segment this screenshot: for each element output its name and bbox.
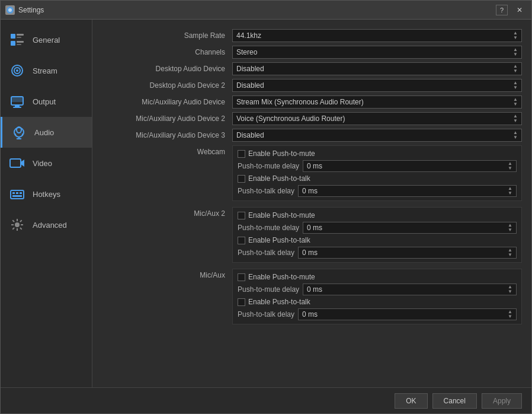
sidebar-item-audio[interactable]: Audio (1, 117, 92, 148)
talk-delay-label-2: Push-to-talk delay (238, 310, 294, 319)
sidebar-item-stream[interactable]: Stream (1, 55, 92, 86)
sidebar-label-stream: Stream (33, 66, 57, 75)
svg-rect-19 (10, 159, 21, 167)
help-button[interactable]: ? (496, 5, 508, 15)
ok-button[interactable]: OK (395, 393, 427, 409)
talk-row-1: Enable Push-to-talk (238, 236, 517, 244)
svg-rect-3 (11, 41, 15, 46)
talk-row-0: Enable Push-to-talk (238, 174, 517, 183)
push-to-mute-checkbox-2[interactable] (238, 273, 245, 281)
svg-rect-6 (17, 41, 24, 43)
general-icon (8, 30, 27, 49)
settings-window: Settings ? ✕ GeneralStreamOutputAudioVid… (0, 0, 532, 414)
mute-delay-row-1: Push-to-mute delay0 ms▲▼ (238, 222, 517, 234)
mic-aux-3-select[interactable]: Disabled ▲▼ (232, 129, 522, 142)
push-to-talk-checkbox-0[interactable] (238, 175, 245, 183)
desktop-audio-label: Desktop Audio Device (102, 65, 232, 73)
device-controls-0: Enable Push-to-mutePush-to-mute delay0 m… (232, 145, 522, 201)
desktop-audio-2-select[interactable]: Disabled ▲▼ (232, 79, 522, 92)
sample-rate-row: Sample Rate 44.1khz ▲▼ (102, 29, 522, 42)
sidebar-item-general[interactable]: General (1, 24, 92, 55)
mic-aux-arrow: ▲▼ (513, 97, 518, 107)
mute-delay-input-0[interactable]: 0 ms▲▼ (303, 160, 517, 172)
desktop-audio-2-label: Desktop Audio Device 2 (102, 81, 232, 90)
svg-rect-22 (12, 192, 15, 194)
channels-arrow: ▲▼ (513, 47, 518, 57)
push-to-mute-checkbox-0[interactable] (238, 150, 245, 158)
svg-rect-4 (17, 34, 24, 36)
mute-delay-input-2[interactable]: 0 ms▲▼ (303, 284, 517, 295)
desktop-audio-control: Disabled ▲▼ (232, 62, 522, 75)
svg-rect-7 (17, 44, 21, 45)
mic-aux-2-row: Mic/Auxiliary Audio Device 2 Voice (Sync… (102, 112, 522, 125)
push-to-talk-checkbox-2[interactable] (238, 298, 245, 306)
sample-rate-control: 44.1khz ▲▼ (232, 29, 522, 42)
video-icon (8, 154, 27, 173)
mic-aux-2-value: Voice (Synchronous Audio Router) (236, 114, 345, 123)
mic-aux-2-arrow: ▲▼ (513, 114, 518, 123)
mic-aux-3-arrow: ▲▼ (513, 130, 518, 140)
sidebar-item-output[interactable]: Output (1, 86, 92, 117)
channels-row: Channels Stereo ▲▼ (102, 46, 522, 59)
desktop-audio-2-arrow: ▲▼ (513, 81, 518, 90)
talk-delay-input-2[interactable]: 0 ms▲▼ (298, 308, 517, 320)
sample-rate-select[interactable]: 44.1khz ▲▼ (232, 29, 522, 42)
push-to-talk-checkbox-1[interactable] (238, 237, 245, 244)
cancel-button[interactable]: Cancel (432, 393, 477, 409)
channels-label: Channels (102, 48, 232, 56)
desktop-audio-value: Disabled (236, 65, 264, 73)
sidebar-item-advanced[interactable]: Advanced (1, 209, 92, 240)
mic-aux-2-select[interactable]: Voice (Synchronous Audio Router) ▲▼ (232, 112, 522, 125)
desktop-audio-2-row: Desktop Audio Device 2 Disabled ▲▼ (102, 79, 522, 92)
talk-delay-label-1: Push-to-talk delay (238, 249, 294, 257)
svg-rect-14 (13, 107, 21, 108)
titlebar: Settings ? ✕ (1, 1, 531, 20)
mute-delay-label-2: Push-to-mute delay (238, 285, 299, 294)
desktop-audio-2-control: Disabled ▲▼ (232, 79, 522, 92)
device-name-2: Mic/Aux (102, 269, 232, 279)
mic-aux-row: Mic/Auxiliary Audio Device Stream Mix (S… (102, 95, 522, 109)
mic-aux-2-control: Voice (Synchronous Audio Router) ▲▼ (232, 112, 522, 125)
sidebar-label-output: Output (33, 97, 56, 106)
mic-aux-2-label: Mic/Auxiliary Audio Device 2 (102, 114, 232, 123)
push-to-mute-label-0: Enable Push-to-mute (238, 149, 315, 158)
mute-row-2: Enable Push-to-mute (238, 273, 517, 281)
talk-delay-input-1[interactable]: 0 ms▲▼ (298, 247, 517, 259)
mic-aux-select[interactable]: Stream Mix (Synchronous Audio Router) ▲▼ (232, 95, 522, 109)
main-content: GeneralStreamOutputAudioVideoHotkeysAdva… (1, 20, 531, 387)
svg-point-26 (15, 222, 20, 227)
push-to-talk-label-2: Enable Push-to-talk (238, 298, 310, 306)
device-section-0: WebcamEnable Push-to-mutePush-to-mute de… (102, 145, 522, 201)
sidebar-item-video[interactable]: Video (1, 148, 92, 179)
mic-aux-value: Stream Mix (Synchronous Audio Router) (236, 98, 364, 106)
push-to-mute-checkbox-1[interactable] (238, 212, 245, 219)
sample-rate-label: Sample Rate (102, 31, 232, 40)
desktop-audio-select[interactable]: Disabled ▲▼ (232, 62, 522, 75)
svg-rect-21 (11, 190, 24, 199)
apply-button[interactable]: Apply (482, 393, 522, 409)
talk-row-2: Enable Push-to-talk (238, 298, 517, 306)
mute-delay-label-0: Push-to-mute delay (238, 162, 299, 170)
talk-delay-row-0: Push-to-talk delay0 ms▲▼ (238, 185, 517, 197)
talk-delay-input-0[interactable]: 0 ms▲▼ (298, 185, 517, 197)
sample-rate-arrow: ▲▼ (513, 31, 518, 40)
mic-aux-3-label: Mic/Auxiliary Audio Device 3 (102, 131, 232, 139)
mic-aux-3-value: Disabled (236, 131, 264, 139)
push-to-mute-label-1: Enable Push-to-mute (238, 211, 315, 219)
mute-delay-input-1[interactable]: 0 ms▲▼ (303, 222, 517, 234)
mic-aux-3-control: Disabled ▲▼ (232, 129, 522, 142)
talk-delay-row-2: Push-to-talk delay0 ms▲▼ (238, 308, 517, 320)
mute-delay-label-1: Push-to-mute delay (238, 224, 299, 232)
device-controls-1: Enable Push-to-mutePush-to-mute delay0 m… (232, 207, 522, 263)
talk-delay-label-0: Push-to-talk delay (238, 187, 294, 195)
channels-select[interactable]: Stereo ▲▼ (232, 46, 522, 59)
close-button[interactable]: ✕ (512, 4, 527, 16)
output-icon (8, 92, 27, 111)
device-sections: WebcamEnable Push-to-mutePush-to-mute de… (102, 145, 522, 324)
svg-rect-5 (17, 37, 21, 38)
mic-aux-3-row: Mic/Auxiliary Audio Device 3 Disabled ▲▼ (102, 129, 522, 142)
mic-aux-control: Stream Mix (Synchronous Audio Router) ▲▼ (232, 95, 522, 109)
sidebar-item-hotkeys[interactable]: Hotkeys (1, 179, 92, 209)
svg-point-10 (16, 69, 18, 72)
push-to-talk-label-0: Enable Push-to-talk (238, 174, 310, 183)
